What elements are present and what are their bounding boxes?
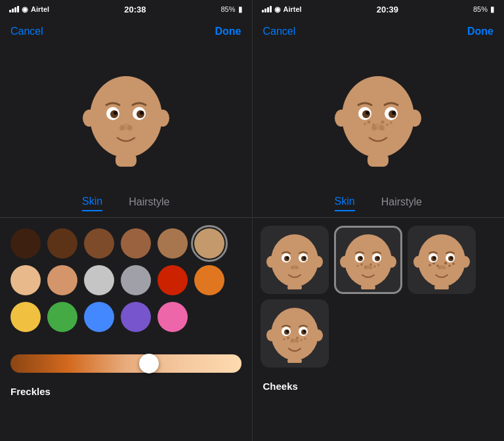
svg-point-81 bbox=[442, 266, 446, 270]
svg-point-13 bbox=[342, 76, 414, 158]
battery-icon-left: ▮ bbox=[238, 5, 243, 14]
face-option-3[interactable] bbox=[408, 226, 476, 294]
slider-thumb[interactable] bbox=[139, 354, 159, 373]
svg-point-61 bbox=[340, 256, 349, 268]
svg-rect-44 bbox=[287, 284, 302, 289]
svg-point-57 bbox=[377, 257, 379, 259]
color-swatch[interactable] bbox=[121, 265, 151, 295]
color-swatch[interactable] bbox=[158, 302, 188, 332]
battery-percent-left: 85% bbox=[220, 5, 235, 13]
svg-point-85 bbox=[271, 308, 318, 360]
color-swatch[interactable] bbox=[121, 228, 151, 259]
color-swatch[interactable] bbox=[158, 265, 188, 295]
cancel-button-right[interactable]: Cancel bbox=[263, 26, 296, 37]
done-button-left[interactable]: Done bbox=[215, 26, 242, 37]
carrier-name-right: Airtel bbox=[284, 5, 302, 13]
svg-point-99 bbox=[290, 340, 293, 343]
svg-point-102 bbox=[314, 329, 323, 341]
svg-rect-31 bbox=[368, 154, 388, 167]
content-right: Cheeks bbox=[253, 218, 505, 441]
color-swatch[interactable] bbox=[121, 302, 151, 332]
color-swatch[interactable] bbox=[194, 265, 224, 295]
tab-hairstyle-left[interactable]: Hairstyle bbox=[129, 196, 169, 211]
svg-point-80 bbox=[437, 266, 440, 270]
tab-bar-left: Skin Hairstyle bbox=[0, 189, 252, 218]
right-phone: ◉ Airtel 20:39 85% ▮ Cancel Done bbox=[253, 0, 505, 441]
svg-point-82 bbox=[413, 256, 423, 268]
status-carrier-left: ◉ Airtel bbox=[9, 5, 49, 14]
color-swatch[interactable] bbox=[84, 228, 114, 259]
svg-rect-103 bbox=[287, 358, 302, 363]
skin-tone-slider-area bbox=[0, 349, 252, 381]
color-swatch[interactable] bbox=[10, 265, 41, 295]
face-option-2[interactable] bbox=[334, 226, 402, 294]
svg-point-30 bbox=[408, 110, 421, 127]
svg-point-62 bbox=[387, 256, 396, 268]
svg-point-45 bbox=[345, 234, 392, 287]
svg-point-67 bbox=[429, 264, 431, 266]
skin-color-grid bbox=[0, 218, 252, 349]
svg-point-100 bbox=[295, 340, 299, 343]
freckles-section-title: Freckles bbox=[0, 381, 252, 401]
svg-point-78 bbox=[450, 257, 453, 259]
svg-point-77 bbox=[433, 257, 436, 259]
svg-point-56 bbox=[360, 257, 362, 259]
color-row-3 bbox=[8, 302, 244, 332]
color-swatch[interactable] bbox=[84, 265, 114, 295]
svg-point-29 bbox=[335, 110, 348, 127]
color-row-1 bbox=[8, 228, 244, 259]
svg-point-0 bbox=[90, 76, 162, 158]
svg-point-9 bbox=[127, 125, 133, 131]
tab-hairstyle-right[interactable]: Hairstyle bbox=[381, 196, 422, 211]
svg-point-69 bbox=[444, 262, 447, 264]
svg-rect-12 bbox=[116, 154, 136, 167]
avatar-area-left bbox=[0, 45, 252, 189]
status-carrier-right: ◉ Airtel bbox=[262, 5, 302, 14]
color-swatch[interactable] bbox=[47, 302, 77, 332]
svg-point-8 bbox=[119, 125, 125, 131]
status-right-left: 85% ▮ bbox=[220, 5, 242, 14]
svg-point-38 bbox=[303, 257, 306, 259]
battery-percent-right: 85% bbox=[473, 5, 488, 13]
svg-point-90 bbox=[300, 339, 302, 341]
svg-point-17 bbox=[381, 121, 385, 124]
cheeks-section-title: Cheeks bbox=[253, 375, 505, 396]
tab-bar-right: Skin Hairstyle bbox=[253, 189, 505, 218]
signal-icon bbox=[9, 6, 19, 12]
avatar-left bbox=[80, 64, 172, 169]
color-swatch[interactable] bbox=[10, 228, 41, 259]
svg-rect-63 bbox=[361, 284, 375, 289]
svg-point-11 bbox=[156, 110, 169, 127]
svg-point-70 bbox=[448, 264, 451, 267]
wifi-icon-right: ◉ bbox=[274, 5, 281, 14]
status-bar-left: ◉ Airtel 20:38 85% ▮ bbox=[0, 0, 252, 18]
avatar-right bbox=[332, 64, 424, 169]
svg-point-88 bbox=[283, 339, 285, 341]
svg-point-97 bbox=[303, 330, 306, 333]
time-left: 20:38 bbox=[124, 5, 146, 14]
done-button-right[interactable]: Done bbox=[467, 26, 494, 37]
color-swatch[interactable] bbox=[10, 302, 41, 332]
color-swatch[interactable] bbox=[158, 228, 188, 259]
color-swatch-selected[interactable] bbox=[194, 228, 224, 259]
svg-point-5 bbox=[114, 111, 117, 115]
svg-point-64 bbox=[418, 234, 465, 287]
battery-icon-right: ▮ bbox=[490, 5, 495, 14]
color-swatch[interactable] bbox=[47, 265, 77, 295]
cancel-button-left[interactable]: Cancel bbox=[10, 26, 43, 37]
skin-tone-slider[interactable] bbox=[10, 354, 242, 373]
tab-skin-right[interactable]: Skin bbox=[335, 196, 355, 211]
face-option-4[interactable] bbox=[261, 299, 329, 368]
svg-point-51 bbox=[377, 264, 379, 266]
svg-point-14 bbox=[368, 121, 371, 124]
tab-skin-left[interactable]: Skin bbox=[82, 196, 102, 211]
content-left: Freckles bbox=[0, 218, 252, 441]
svg-point-48 bbox=[356, 265, 358, 267]
color-swatch[interactable] bbox=[84, 302, 114, 332]
time-right: 20:39 bbox=[377, 5, 398, 14]
face-option-1[interactable] bbox=[261, 226, 329, 294]
svg-point-49 bbox=[369, 263, 372, 266]
svg-point-71 bbox=[452, 262, 455, 265]
svg-point-28 bbox=[379, 125, 385, 131]
color-swatch[interactable] bbox=[47, 228, 77, 259]
